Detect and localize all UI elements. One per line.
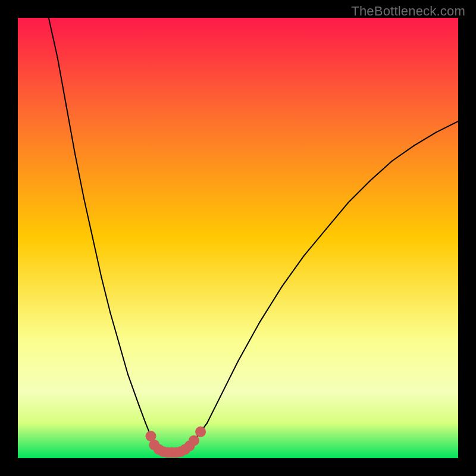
curve-segment bbox=[119, 344, 128, 375]
curve-segment bbox=[436, 121, 458, 133]
curve-group bbox=[49, 18, 458, 452]
curve-segment bbox=[370, 161, 392, 181]
curve-segment bbox=[304, 229, 326, 255]
curve-segment bbox=[139, 405, 146, 423]
curve-segment bbox=[414, 132, 436, 145]
curve-segment bbox=[49, 18, 58, 58]
curve-segment bbox=[110, 313, 119, 344]
curve-segment bbox=[93, 238, 102, 278]
curve-segment bbox=[260, 286, 282, 321]
marker-dot bbox=[195, 427, 206, 437]
curve-segment bbox=[282, 256, 304, 287]
curve-segment bbox=[128, 374, 139, 405]
marker-dot bbox=[189, 435, 199, 446]
chart-frame: TheBottleneck.com bbox=[0, 0, 476, 476]
curve-segment bbox=[102, 278, 111, 313]
curve-segment bbox=[84, 198, 93, 238]
curve-segment bbox=[348, 181, 370, 203]
curve-segment bbox=[75, 154, 84, 198]
curve-segment bbox=[392, 146, 414, 161]
curve-segment bbox=[220, 361, 238, 396]
curve-segment bbox=[326, 203, 348, 229]
plot-area bbox=[18, 18, 458, 458]
curve-segment bbox=[238, 322, 260, 362]
curve-segment bbox=[207, 396, 220, 422]
curve-segment bbox=[58, 58, 67, 106]
curve-segment bbox=[66, 106, 75, 154]
marker-group bbox=[145, 427, 206, 458]
watermark-text: TheBottleneck.com bbox=[351, 4, 465, 19]
curve-layer bbox=[18, 18, 458, 458]
